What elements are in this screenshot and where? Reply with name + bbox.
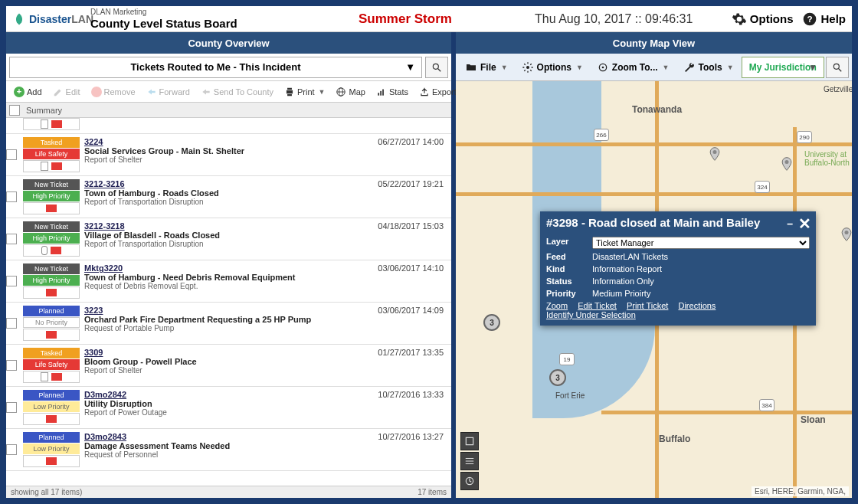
list-footer: showing all 17 items) 17 items xyxy=(6,486,451,498)
org-name: DLAN Marketing xyxy=(90,8,146,16)
status-badge: New Ticket xyxy=(23,221,80,232)
mail-icon xyxy=(51,373,62,381)
minimize-icon[interactable]: – xyxy=(787,218,793,230)
row-checkbox[interactable] xyxy=(6,276,17,286)
svg-point-17 xyxy=(713,150,717,154)
popup-status: Information Only xyxy=(592,277,810,286)
popup-print-link[interactable]: Print Ticket xyxy=(627,301,668,310)
ticket-row[interactable]: New TicketHigh Priority3212-3218Village … xyxy=(6,218,451,260)
logo-icon xyxy=(12,12,26,26)
mail-icon xyxy=(46,205,57,212)
priority-badge: Low Priority xyxy=(23,443,80,454)
ticket-id-link[interactable]: 3212-3218 xyxy=(84,221,125,231)
help-label: Help xyxy=(820,12,846,25)
popup-directions-link[interactable]: Directions xyxy=(678,301,716,310)
gear-icon xyxy=(522,61,534,74)
map-tool-1[interactable] xyxy=(460,432,479,450)
ticket-list[interactable]: TaskedLife Safety3224Social Services Gro… xyxy=(6,118,451,486)
cluster-marker[interactable]: 3 xyxy=(483,314,500,331)
ticket-id-link[interactable]: 3309 xyxy=(84,348,103,357)
layer-select[interactable]: Ticket Manager xyxy=(592,237,810,249)
send-county-button[interactable]: Send To County xyxy=(196,85,278,99)
map-label: University at Buffalo-North xyxy=(804,150,850,167)
priority-badge: Life Safety xyxy=(23,359,80,370)
ticket-toolbar: +Add Edit Remove Forward Send To County … xyxy=(6,81,451,103)
row-checkbox[interactable] xyxy=(6,149,17,160)
ticket-title: Social Services Group - Main St. Shelter xyxy=(84,146,364,155)
ticket-row[interactable]: PlannedLow PriorityD3mo2843Damage Assess… xyxy=(6,429,451,471)
globe-icon xyxy=(336,87,346,97)
close-icon[interactable]: ✕ xyxy=(798,214,811,233)
mail-icon xyxy=(51,247,61,254)
options-label: Options xyxy=(750,12,794,25)
search-button-right[interactable] xyxy=(826,57,849,78)
ticket-row[interactable]: New TicketHigh PriorityMktg3220Town of H… xyxy=(6,260,451,303)
cluster-marker[interactable]: 3 xyxy=(549,369,566,386)
forward-button[interactable]: Forward xyxy=(142,85,195,99)
ticket-icons xyxy=(23,413,80,425)
ticket-icons xyxy=(23,286,80,299)
ticket-icons xyxy=(23,329,80,341)
ticket-id-link[interactable]: D3mo2842 xyxy=(84,390,126,399)
map-marker-icon[interactable] xyxy=(707,146,722,162)
select-all-checkbox[interactable] xyxy=(9,105,20,116)
ticket-desc: Request of Personnel xyxy=(84,450,364,459)
ticket-id-link[interactable]: 3212-3216 xyxy=(84,179,125,188)
ticket-row[interactable]: PlannedLow PriorityD3mo2842Utility Disru… xyxy=(6,387,451,429)
print-icon xyxy=(284,87,295,97)
right-panel-title: County Map View xyxy=(456,32,852,54)
popup-edit-link[interactable]: Edit Ticket xyxy=(578,301,617,310)
board-title: County Level Status Board xyxy=(90,17,237,30)
row-checkbox[interactable] xyxy=(6,444,17,455)
ticket-row[interactable]: TaskedLife Safety3224Social Services Gro… xyxy=(6,134,451,176)
row-checkbox[interactable] xyxy=(6,234,17,244)
priority-badge: High Priority xyxy=(23,275,80,286)
ticket-row[interactable]: PlannedNo Priority3223Orchard Park Fire … xyxy=(6,303,451,345)
zoom-menu[interactable]: Zoom To...▼ xyxy=(591,58,676,77)
popup-identify-link[interactable]: Identify Under Selection xyxy=(546,310,636,319)
map-button[interactable]: Map xyxy=(331,85,369,99)
row-checkbox[interactable] xyxy=(6,318,17,329)
remove-button[interactable]: Remove xyxy=(87,85,140,99)
map-label: Getzville xyxy=(824,85,852,93)
ticket-filter-dropdown[interactable]: Tickets Routed to Me - This Incident ▼ xyxy=(9,57,422,78)
help-button[interactable]: ? Help xyxy=(802,11,846,27)
map-marker-icon[interactable] xyxy=(839,227,852,242)
map-tool-3[interactable] xyxy=(460,472,479,490)
ticket-date: 10/27/2016 13:33 xyxy=(364,390,448,425)
ticket-id-link[interactable]: 3224 xyxy=(84,137,103,146)
row-checkbox[interactable] xyxy=(6,402,17,413)
row-checkbox[interactable] xyxy=(6,360,17,371)
ticket-id-link[interactable]: 3223 xyxy=(84,306,103,315)
logo[interactable]: DisasterLAN xyxy=(12,12,93,26)
map-tool-2[interactable] xyxy=(460,452,479,470)
ticket-row[interactable]: TaskedLife Safety3309Bloom Group - Powel… xyxy=(6,345,451,387)
route-shield: 324 xyxy=(755,181,770,193)
print-button[interactable]: Print▼ xyxy=(280,85,330,99)
ticket-desc: Report of Power Outage xyxy=(84,408,364,417)
add-button[interactable]: +Add xyxy=(9,85,47,99)
popup-zoom-link[interactable]: Zoom xyxy=(546,301,568,310)
ticket-id-link[interactable]: D3mo2843 xyxy=(84,432,126,441)
export-icon xyxy=(419,87,430,97)
search-button-left[interactable] xyxy=(425,57,448,78)
ticket-desc: Request of Portable Pump xyxy=(84,324,364,332)
document-icon xyxy=(41,372,48,381)
caret-icon: ▼ xyxy=(319,88,326,96)
options-button[interactable]: Options xyxy=(732,11,794,27)
ticket-desc: Report of Shelter xyxy=(84,366,364,375)
status-badge: New Ticket xyxy=(23,179,80,190)
map-marker-icon[interactable] xyxy=(779,156,794,172)
row-checkbox[interactable] xyxy=(6,191,17,202)
ticket-row[interactable]: New TicketHigh Priority3212-3216Town of … xyxy=(6,176,451,218)
file-menu[interactable]: File▼ xyxy=(459,58,514,77)
map-options-menu[interactable]: Options▼ xyxy=(516,58,589,77)
jurisdiction-dropdown[interactable]: My Jurisdiction ▼ xyxy=(742,57,824,78)
stats-button[interactable]: Stats xyxy=(372,85,413,99)
tools-menu[interactable]: Tools▼ xyxy=(677,58,740,77)
svg-line-3 xyxy=(438,68,441,71)
edit-button[interactable]: Edit xyxy=(48,85,85,99)
jurisdiction-label: My Jurisdiction xyxy=(749,62,817,73)
ticket-id-link[interactable]: Mktg3220 xyxy=(84,263,123,273)
map-canvas[interactable]: Tonawanda Buffalo Sloan Fort Erie Getzvi… xyxy=(456,81,852,498)
